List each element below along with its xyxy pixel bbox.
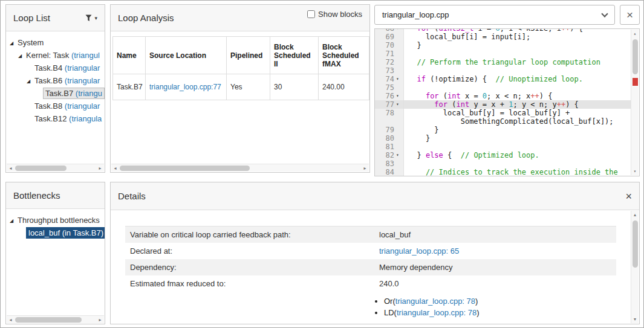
code-line[interactable]: 82▾ } else { // Optimized loop. xyxy=(375,151,631,159)
tree-item[interactable]: ◢Task.B6 (triangular xyxy=(6,74,105,87)
fold-icon[interactable]: ▾ xyxy=(396,92,403,100)
details-row: Variable on critical loop carried feedba… xyxy=(125,227,616,243)
filter-button[interactable]: ▾ xyxy=(85,14,97,22)
bottlenecks-horizontal-scrollbar[interactable]: ◂ ▸ xyxy=(7,315,104,323)
column-header: Block Scheduled II xyxy=(270,37,319,74)
code-line[interactable]: 77▾ for (int y = x + 1; y < n; y++) { xyxy=(375,100,631,109)
show-blocks-toggle[interactable]: Show blocks xyxy=(307,10,362,19)
bottlenecks-header: Bottlenecks xyxy=(6,182,105,209)
tree-item[interactable]: Task.B12 (triangula xyxy=(6,112,105,125)
loop-analysis-horizontal-scrollbar[interactable]: ◂ ▸ xyxy=(111,164,369,172)
fold-icon[interactable]: ▾ xyxy=(396,100,403,109)
code-line[interactable]: 71 xyxy=(375,50,631,58)
line-number-gutter: 70 xyxy=(375,41,404,50)
code-line[interactable]: SomethingComplicated(local_buf[x]); xyxy=(375,117,631,126)
tree-item[interactable]: local_buf (in Task.B7) xyxy=(6,227,105,239)
fold-spacer xyxy=(396,126,403,134)
scroll-up-icon[interactable]: ▴ xyxy=(631,30,639,37)
scroll-down-icon[interactable]: ▾ xyxy=(631,315,639,323)
code-line[interactable]: 81 xyxy=(375,143,631,151)
details-close-button[interactable]: × xyxy=(625,191,632,202)
scroll-up-icon[interactable]: ▴ xyxy=(631,211,639,219)
source-link[interactable]: triangular_loop.cpp:77 xyxy=(149,83,221,91)
details-vertical-scrollbar[interactable]: ▴ ▾ xyxy=(631,211,639,323)
tree-item[interactable]: ◢Kernel: Task (triangul xyxy=(6,49,105,62)
details-label: Estimated fmax reduced to: xyxy=(130,279,379,288)
tree-item[interactable]: ◢Throughput bottlenecks xyxy=(6,214,105,227)
tree-item[interactable]: Task.B7 (triangu xyxy=(6,87,105,100)
code-line[interactable]: 83 xyxy=(375,159,631,168)
fold-spacer xyxy=(396,33,403,41)
code-text xyxy=(404,143,631,151)
code-line[interactable]: 69 local_buf[i] = input[i]; xyxy=(375,33,631,41)
tree-item-location: (triangul xyxy=(71,51,100,60)
code-line[interactable]: 73 xyxy=(375,66,631,75)
code-vertical-scrollbar[interactable]: ▴ ▾ xyxy=(631,30,639,175)
fold-spacer xyxy=(396,109,403,117)
fold-icon[interactable]: ▾ xyxy=(396,151,403,159)
file-select[interactable]: triangular_loop.cpp xyxy=(374,5,615,25)
fold-icon[interactable]: ▾ xyxy=(396,28,403,33)
line-number-gutter: 73 xyxy=(375,66,404,75)
cell-pipelined: Yes xyxy=(227,74,270,100)
bottlenecks-panel: Bottlenecks ◢Throughput bottleneckslocal… xyxy=(5,182,105,324)
tree-item-location: (triangular xyxy=(65,63,100,72)
tree-item[interactable]: Task.B8 (triangular xyxy=(6,100,105,112)
scroll-left-icon[interactable]: ◂ xyxy=(7,164,15,172)
scrollbar-thumb[interactable] xyxy=(15,166,67,171)
scroll-left-icon[interactable]: ◂ xyxy=(111,164,119,172)
column-header: Name xyxy=(113,37,146,74)
code-viewer-panel: 68▾ for (uint32_t i = 0; i < kSize; i++)… xyxy=(374,28,640,176)
code-line[interactable]: 84 // Indices to track the execution ins… xyxy=(375,168,631,176)
chevron-down-icon: ▾ xyxy=(94,15,97,21)
tree-item[interactable]: ◢System xyxy=(6,36,105,49)
line-number-gutter: 84 xyxy=(375,168,404,176)
tree-item[interactable]: Task.B4 (triangular xyxy=(6,62,105,74)
details-row: Declared at:triangular_loop.cpp: 65 xyxy=(125,243,616,259)
line-number: 72 xyxy=(386,58,396,66)
column-header: Source Location xyxy=(146,37,227,74)
expand-icon[interactable]: ◢ xyxy=(18,50,26,62)
expand-icon[interactable]: ◢ xyxy=(10,214,18,227)
table-row[interactable]: Task.B7triangular_loop.cpp:77Yes30240.00 xyxy=(113,74,369,100)
line-number-gutter: 68▾ xyxy=(375,28,404,33)
expand-icon[interactable]: ◢ xyxy=(10,37,18,50)
details-row: Estimated fmax reduced to:240.0 xyxy=(125,275,616,292)
tree-item-location: (triangular xyxy=(65,76,100,85)
fold-icon[interactable]: ▾ xyxy=(396,75,403,83)
code-line[interactable]: 70 } xyxy=(375,41,631,50)
scroll-down-icon[interactable]: ▾ xyxy=(631,167,639,175)
code-line[interactable]: 79 } xyxy=(375,126,631,134)
line-number: 73 xyxy=(386,66,396,75)
code-line[interactable]: 72 // Perform the triangular loop comput… xyxy=(375,58,631,66)
code-line[interactable]: 74▾ if (!optimize) { // Unoptimized loop… xyxy=(375,75,631,83)
scrollbar-thumb[interactable] xyxy=(633,220,638,268)
show-blocks-checkbox[interactable] xyxy=(307,10,315,18)
scroll-right-icon[interactable]: ▸ xyxy=(96,316,104,324)
code-line[interactable]: 78 local_buf[y] = local_buf[y] + xyxy=(375,109,631,117)
details-label: Dependency: xyxy=(130,263,379,272)
code-line[interactable]: 76▾ for (int x = 0; x < n; x++) { xyxy=(375,92,631,100)
tree-item-name: System xyxy=(18,38,44,47)
scrollbar-thumb[interactable] xyxy=(15,317,82,323)
tree-item-name: Throughput bottlenecks xyxy=(18,216,100,225)
code-line[interactable]: 80 } xyxy=(375,134,631,143)
scrollbar-thumb[interactable] xyxy=(633,39,638,74)
details-label: Declared at: xyxy=(130,246,379,256)
loop-list-horizontal-scrollbar[interactable]: ◂ ▸ xyxy=(7,164,104,172)
source-link[interactable]: triangular_loop.cpp: 65 xyxy=(379,246,459,256)
scroll-left-icon[interactable]: ◂ xyxy=(7,316,15,324)
scroll-right-icon[interactable]: ▸ xyxy=(96,164,104,172)
scrollbar-thumb[interactable] xyxy=(120,166,250,171)
code-viewer-close-button[interactable]: × xyxy=(620,5,640,25)
source-link[interactable]: triangular_loop.cpp: 78 xyxy=(397,308,476,317)
scroll-right-icon[interactable]: ▸ xyxy=(361,164,369,172)
details-value: local_buf xyxy=(379,230,611,239)
expand-icon[interactable]: ◢ xyxy=(27,75,34,88)
code-line[interactable]: 68▾ for (uint32_t i = 0; i < kSize; i++)… xyxy=(375,28,631,33)
code-line[interactable]: 75 xyxy=(375,83,631,92)
source-link[interactable]: triangular_loop.cpp: 78 xyxy=(395,297,475,306)
tree-item-label: Kernel: Task (triangul xyxy=(26,51,100,60)
tree-item-label: Throughput bottlenecks xyxy=(18,216,100,225)
line-number: 74 xyxy=(386,75,396,83)
